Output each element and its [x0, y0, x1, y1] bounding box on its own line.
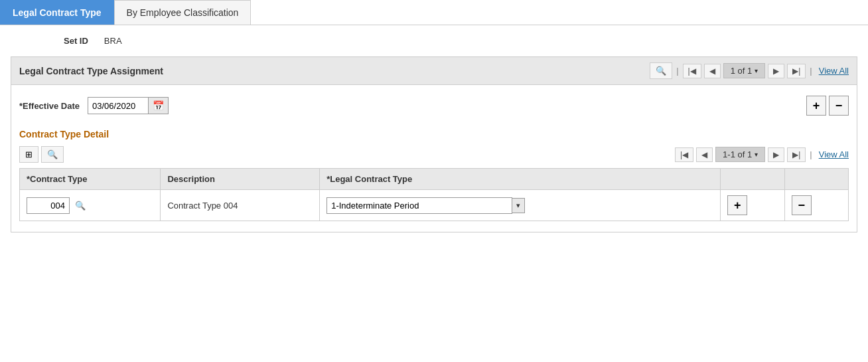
detail-first-icon: |◀ — [680, 150, 688, 159]
detail-last-button[interactable]: ▶| — [787, 147, 806, 162]
contract-type-detail-section: Contract Type Detail ⊞ 🔍 |◀ ◀ — [19, 129, 849, 221]
detail-prev-button[interactable]: ◀ — [696, 147, 713, 162]
row-minus-icon: − — [798, 199, 805, 213]
section-pagination: 🔍 | |◀ ◀ 1 of 1 ▾ ▶ ▶| | View All — [650, 62, 849, 79]
cell-add-action: + — [721, 190, 784, 221]
detail-next-icon: ▶ — [773, 150, 779, 159]
legal-contract-select-wrap: 1-Indeterminate Period 2-Fixed Term 3-Ot… — [326, 197, 713, 214]
section-view-all-link[interactable]: View All — [819, 66, 849, 76]
next-page-icon: ▶ — [773, 66, 779, 76]
form-area: *Effective Date 📅 + − Contract Type D — [11, 85, 857, 232]
detail-search-button[interactable]: 🔍 — [41, 146, 64, 163]
table-view-button[interactable]: ⊞ — [19, 146, 38, 163]
select-arrow-icon: ▾ — [512, 198, 525, 213]
detail-pagination: |◀ ◀ 1-1 of 1 ▾ ▶ ▶| | — [675, 147, 849, 162]
detail-last-icon: ▶| — [792, 150, 800, 159]
minus-icon: − — [835, 99, 843, 113]
legal-contract-type-select[interactable]: 1-Indeterminate Period 2-Fixed Term 3-Ot… — [326, 197, 512, 214]
set-id-value: BRA — [104, 36, 122, 46]
calendar-icon: 📅 — [153, 100, 164, 111]
prev-page-icon: ◀ — [709, 66, 715, 76]
section-title: Legal Contract Type Assignment — [19, 66, 163, 76]
section-first-button[interactable]: |◀ — [683, 64, 701, 78]
cell-remove-action: − — [784, 190, 848, 221]
remove-row-button[interactable]: − — [829, 96, 849, 116]
detail-section-title: Contract Type Detail — [19, 129, 849, 139]
contract-type-lookup-icon[interactable]: 🔍 — [75, 201, 86, 211]
col-header-add — [721, 169, 784, 190]
plus-icon: + — [813, 99, 820, 113]
col-header-contract-type: *Contract Type — [20, 169, 161, 190]
detail-next-button[interactable]: ▶ — [768, 147, 784, 162]
row-add-button[interactable]: + — [727, 195, 747, 215]
contract-type-table: *Contract Type Description *Legal Contra… — [19, 168, 849, 221]
col-header-description: Description — [161, 169, 320, 190]
set-id-label: Set ID — [64, 36, 88, 46]
calendar-button[interactable]: 📅 — [148, 98, 168, 114]
effective-date-input[interactable] — [88, 98, 148, 114]
detail-toolbar: ⊞ 🔍 |◀ ◀ 1-1 of 1 ▾ — [19, 146, 849, 163]
contract-type-input[interactable] — [27, 197, 70, 214]
section-page-indicator[interactable]: 1 of 1 ▾ — [723, 63, 766, 78]
detail-view-all-link[interactable]: View All — [819, 149, 849, 159]
detail-page-indicator[interactable]: 1-1 of 1 ▾ — [715, 147, 765, 162]
detail-first-button[interactable]: |◀ — [675, 147, 693, 162]
add-row-button[interactable]: + — [806, 96, 826, 116]
pag-sep-1: | — [676, 66, 678, 76]
section-next-button[interactable]: ▶ — [768, 64, 784, 78]
cell-contract-type: 🔍 — [20, 190, 161, 221]
effective-date-row: *Effective Date 📅 + − — [19, 96, 849, 116]
tab-by-employee-classification[interactable]: By Employee Classification — [114, 0, 252, 25]
section-search-button[interactable]: 🔍 — [650, 62, 672, 79]
row-remove-button[interactable]: − — [792, 195, 812, 215]
detail-chevron-down-icon: ▾ — [755, 151, 758, 158]
detail-pag-sep: | — [810, 149, 812, 159]
table-grid-icon: ⊞ — [25, 149, 33, 159]
chevron-down-icon: ▾ — [755, 67, 758, 74]
detail-page-text: 1-1 of 1 — [723, 149, 752, 159]
col-header-legal-contract-type: *Legal Contract Type — [320, 169, 721, 190]
set-id-row: Set ID BRA — [11, 36, 857, 46]
cell-legal-contract-type: 1-Indeterminate Period 2-Fixed Term 3-Ot… — [320, 190, 721, 221]
main-content: Set ID BRA Legal Contract Type Assignmen… — [0, 25, 868, 243]
date-input-wrap: 📅 — [88, 97, 169, 114]
last-page-icon: ▶| — [792, 66, 800, 76]
section-header: Legal Contract Type Assignment 🔍 | |◀ ◀ … — [11, 56, 857, 85]
section-page-text: 1 of 1 — [731, 66, 753, 76]
section-prev-button[interactable]: ◀ — [704, 64, 721, 78]
detail-toolbar-left: ⊞ 🔍 — [19, 146, 64, 163]
detail-prev-icon: ◀ — [701, 150, 707, 159]
add-remove-buttons: + − — [806, 96, 849, 116]
tab-bar: Legal Contract Type By Employee Classifi… — [0, 0, 868, 25]
tab-legal-contract-type[interactable]: Legal Contract Type — [0, 0, 114, 25]
row-plus-icon: + — [734, 199, 741, 213]
cell-description: Contract Type 004 — [161, 190, 320, 221]
effective-date-label: *Effective Date — [19, 101, 80, 111]
table-row: 🔍 Contract Type 004 1-Indeterminate Peri… — [20, 190, 849, 221]
effective-date-left: *Effective Date 📅 — [19, 97, 169, 114]
section-last-button[interactable]: ▶| — [787, 64, 806, 78]
col-header-remove — [784, 169, 848, 190]
detail-search-icon: 🔍 — [47, 149, 58, 159]
pag-sep-2: | — [810, 66, 812, 76]
first-page-icon: |◀ — [688, 66, 696, 76]
search-icon: 🔍 — [656, 66, 666, 76]
